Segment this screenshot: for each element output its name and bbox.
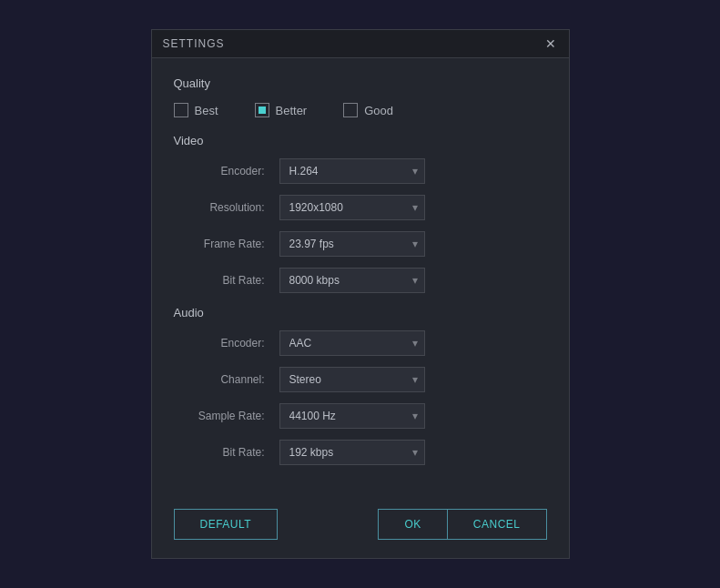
default-button[interactable]: DEFAULT — [174, 509, 279, 540]
video-resolution-label: Resolution: — [174, 201, 265, 214]
audio-section-title: Audio — [174, 306, 547, 319]
quality-better-checkbox[interactable] — [255, 103, 269, 117]
cancel-button[interactable]: CANCEL — [448, 509, 547, 540]
ok-button[interactable]: OK — [378, 509, 447, 540]
audio-samplerate-wrapper: 44100 Hz 48000 Hz 22050 Hz — [279, 403, 425, 429]
video-resolution-select[interactable]: 1920x1080 1280x720 854x480 — [279, 195, 425, 220]
video-bitrate-select[interactable]: 8000 kbps 4000 kbps 16000 kbps — [279, 268, 425, 293]
audio-bitrate-select[interactable]: 192 kbps 128 kbps 320 kbps — [279, 440, 425, 465]
audio-bitrate-label: Bit Rate: — [174, 446, 265, 459]
video-bitrate-wrapper: 8000 kbps 4000 kbps 16000 kbps — [279, 268, 425, 293]
audio-encoder-row: Encoder: AAC MP3 PCM — [174, 330, 547, 356]
audio-channel-row: Channel: Stereo Mono 5.1 — [174, 367, 547, 392]
audio-channel-wrapper: Stereo Mono 5.1 — [279, 367, 425, 392]
quality-best-option[interactable]: Best — [174, 103, 218, 117]
quality-better-option[interactable]: Better — [255, 103, 308, 117]
audio-encoder-select[interactable]: AAC MP3 PCM — [279, 330, 425, 356]
audio-samplerate-row: Sample Rate: 44100 Hz 48000 Hz 22050 Hz — [174, 403, 547, 429]
quality-good-checkbox[interactable] — [343, 103, 358, 117]
title-bar: SETTINGS ✕ — [152, 30, 569, 58]
audio-samplerate-label: Sample Rate: — [174, 410, 265, 422]
video-framerate-wrapper: 23.97 fps 24 fps 25 fps 29.97 fps 30 fps… — [279, 231, 425, 257]
audio-channel-label: Channel: — [174, 373, 265, 386]
audio-bitrate-wrapper: 192 kbps 128 kbps 320 kbps — [279, 440, 425, 465]
audio-encoder-label: Encoder: — [174, 337, 265, 350]
video-encoder-select[interactable]: H.264 H.265 ProRes — [279, 158, 425, 184]
video-framerate-select[interactable]: 23.97 fps 24 fps 25 fps 29.97 fps 30 fps… — [279, 231, 425, 257]
quality-best-checkbox[interactable] — [174, 103, 188, 117]
video-section-title: Video — [174, 134, 547, 147]
video-encoder-row: Encoder: H.264 H.265 ProRes — [174, 158, 547, 184]
audio-bitrate-row: Bit Rate: 192 kbps 128 kbps 320 kbps — [174, 440, 547, 465]
video-resolution-wrapper: 1920x1080 1280x720 854x480 — [279, 195, 425, 220]
quality-options: Best Better Good — [174, 103, 547, 117]
video-bitrate-label: Bit Rate: — [174, 274, 265, 287]
video-encoder-label: Encoder: — [174, 165, 265, 177]
quality-best-label: Best — [195, 104, 218, 117]
action-buttons: OK CANCEL — [378, 509, 546, 540]
quality-section-title: Quality — [174, 76, 547, 90]
quality-better-label: Better — [276, 104, 308, 117]
close-button[interactable]: ✕ — [543, 37, 558, 50]
audio-channel-select[interactable]: Stereo Mono 5.1 — [279, 367, 425, 392]
video-resolution-row: Resolution: 1920x1080 1280x720 854x480 — [174, 195, 547, 220]
video-bitrate-row: Bit Rate: 8000 kbps 4000 kbps 16000 kbps — [174, 268, 547, 293]
quality-good-label: Good — [364, 104, 393, 117]
audio-samplerate-select[interactable]: 44100 Hz 48000 Hz 22050 Hz — [279, 403, 425, 429]
dialog-content: Quality Best Better Good Video Encoder: … — [152, 58, 569, 494]
dialog-title: SETTINGS — [163, 37, 225, 50]
video-encoder-wrapper: H.264 H.265 ProRes — [279, 158, 425, 184]
dialog-footer: DEFAULT OK CANCEL — [152, 494, 569, 558]
video-framerate-label: Frame Rate: — [174, 238, 265, 250]
settings-dialog: SETTINGS ✕ Quality Best Better Good Vide… — [151, 29, 570, 559]
audio-encoder-wrapper: AAC MP3 PCM — [279, 330, 425, 356]
quality-good-option[interactable]: Good — [343, 103, 393, 117]
video-framerate-row: Frame Rate: 23.97 fps 24 fps 25 fps 29.9… — [174, 231, 547, 257]
